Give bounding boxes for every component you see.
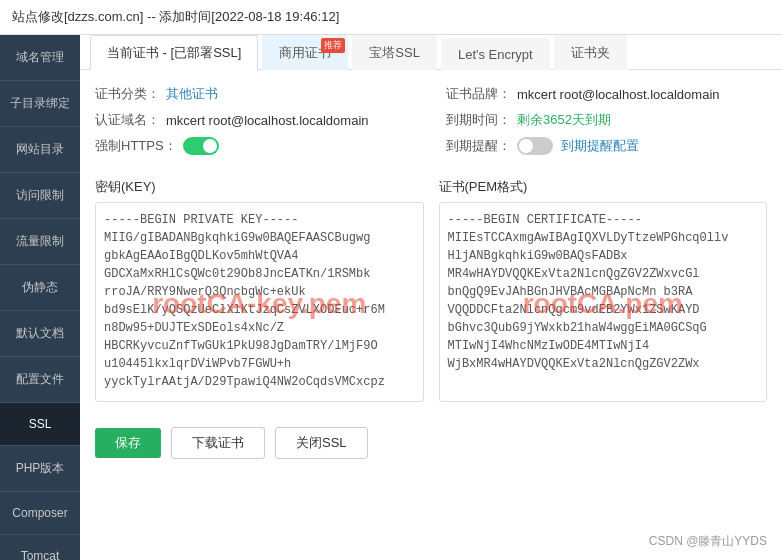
key-textarea[interactable] — [95, 202, 424, 402]
tabs-bar: 当前证书 - [已部署SSL] 商用证书 推荐 宝塔SSL Let's Encr… — [80, 35, 782, 70]
close-ssl-button[interactable]: 关闭SSL — [275, 427, 368, 459]
tab-current-cert[interactable]: 当前证书 - [已部署SSL] — [90, 35, 258, 70]
action-buttons: 保存 下载证书 关闭SSL — [95, 417, 767, 459]
ssl-panel: 证书分类： 其他证书 认证域名： mkcert root@localhost.l… — [80, 70, 782, 560]
cert-reminder-line: 到期提醒： 到期提醒配置 — [446, 137, 767, 155]
sidebar: 域名管理 子目录绑定 网站目录 访问限制 流量限制 伪静态 默认文档 配置文件 … — [0, 35, 80, 560]
tab-business-cert[interactable]: 商用证书 推荐 — [262, 35, 348, 70]
key-area: 密钥(KEY) rootCA-key.pem — [95, 178, 424, 405]
cert-textarea[interactable] — [439, 202, 768, 402]
sidebar-item-default[interactable]: 默认文档 — [0, 311, 80, 357]
key-label: 密钥(KEY) — [95, 178, 424, 196]
sidebar-item-subdir[interactable]: 子目录绑定 — [0, 81, 80, 127]
https-line: 强制HTTPS： — [95, 137, 416, 155]
cert-brand-value: mkcert root@localhost.localdomain — [517, 87, 720, 102]
https-toggle[interactable] — [183, 137, 219, 155]
cert-label: 证书(PEM格式) — [439, 178, 768, 196]
content-area: 当前证书 - [已部署SSL] 商用证书 推荐 宝塔SSL Let's Encr… — [80, 35, 782, 560]
cert-area: 证书(PEM格式) rootCA.pem — [439, 178, 768, 405]
sidebar-item-php[interactable]: PHP版本 — [0, 446, 80, 492]
tab-baota-ssl[interactable]: 宝塔SSL — [352, 35, 437, 70]
tab-lets-encrypt[interactable]: Let's Encrypt — [441, 38, 550, 70]
sidebar-item-config[interactable]: 配置文件 — [0, 357, 80, 403]
sidebar-item-traffic[interactable]: 流量限制 — [0, 219, 80, 265]
reminder-toggle[interactable] — [517, 137, 553, 155]
sidebar-item-domain[interactable]: 域名管理 — [0, 35, 80, 81]
sidebar-item-ssl[interactable]: SSL — [0, 403, 80, 446]
save-button[interactable]: 保存 — [95, 428, 161, 458]
cert-brand-line: 证书品牌： mkcert root@localhost.localdomain — [446, 85, 767, 103]
reminder-config-link[interactable]: 到期提醒配置 — [561, 137, 639, 155]
cert-expire-line: 到期时间： 剩余3652天到期 — [446, 111, 767, 129]
cert-type-line: 证书分类： 其他证书 — [95, 85, 416, 103]
download-cert-button[interactable]: 下载证书 — [171, 427, 265, 459]
key-textarea-wrapper: rootCA-key.pem — [95, 202, 424, 405]
cert-info-right: 证书品牌： mkcert root@localhost.localdomain … — [446, 85, 767, 163]
sidebar-item-static[interactable]: 伪静态 — [0, 265, 80, 311]
hot-badge: 推荐 — [321, 38, 345, 53]
title-bar: 站点修改[dzzs.com.cn] -- 添加时间[2022-08-18 19:… — [0, 0, 782, 35]
cert-info-left: 证书分类： 其他证书 认证域名： mkcert root@localhost.l… — [95, 85, 416, 163]
cert-info-section: 证书分类： 其他证书 认证域名： mkcert root@localhost.l… — [95, 85, 767, 163]
cert-domain-value: mkcert root@localhost.localdomain — [166, 113, 369, 128]
sidebar-item-access[interactable]: 访问限制 — [0, 173, 80, 219]
sidebar-item-tomcat[interactable]: Tomcat — [0, 535, 80, 560]
key-cert-section: 密钥(KEY) rootCA-key.pem 证书(PEM格式) rootCA.… — [95, 178, 767, 405]
tab-cert-class[interactable]: 证书夹 — [554, 35, 627, 70]
sidebar-item-sitedir[interactable]: 网站目录 — [0, 127, 80, 173]
title-text: 站点修改[dzzs.com.cn] -- 添加时间[2022-08-18 19:… — [12, 9, 339, 24]
cert-domain-line: 认证域名： mkcert root@localhost.localdomain — [95, 111, 416, 129]
sidebar-item-composer[interactable]: Composer — [0, 492, 80, 535]
cert-expire-value: 剩余3652天到期 — [517, 111, 611, 129]
cert-textarea-wrapper: rootCA.pem — [439, 202, 768, 405]
cert-type-value: 其他证书 — [166, 85, 218, 103]
